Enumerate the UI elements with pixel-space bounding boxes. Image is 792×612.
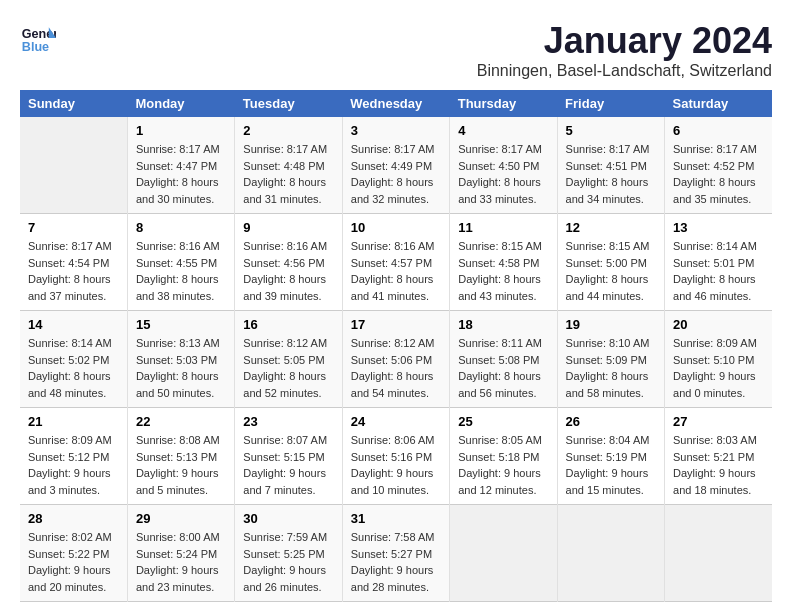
- day-info: Sunrise: 8:05 AMSunset: 5:18 PMDaylight:…: [458, 432, 548, 498]
- day-number: 17: [351, 317, 441, 332]
- daylight-text: Daylight: 8 hours and 58 minutes.: [566, 370, 649, 399]
- calendar-cell: 2Sunrise: 8:17 AMSunset: 4:48 PMDaylight…: [235, 117, 342, 214]
- day-info: Sunrise: 8:16 AMSunset: 4:55 PMDaylight:…: [136, 238, 226, 304]
- sunset-text: Sunset: 5:22 PM: [28, 548, 109, 560]
- sunset-text: Sunset: 4:50 PM: [458, 160, 539, 172]
- day-info: Sunrise: 8:07 AMSunset: 5:15 PMDaylight:…: [243, 432, 333, 498]
- sunset-text: Sunset: 5:05 PM: [243, 354, 324, 366]
- calendar-cell: 13Sunrise: 8:14 AMSunset: 5:01 PMDayligh…: [665, 214, 772, 311]
- day-number: 30: [243, 511, 333, 526]
- daylight-text: Daylight: 8 hours and 33 minutes.: [458, 176, 541, 205]
- sunrise-text: Sunrise: 8:14 AM: [28, 337, 112, 349]
- calendar-cell: 20Sunrise: 8:09 AMSunset: 5:10 PMDayligh…: [665, 311, 772, 408]
- sunset-text: Sunset: 5:27 PM: [351, 548, 432, 560]
- sunrise-text: Sunrise: 8:09 AM: [673, 337, 757, 349]
- daylight-text: Daylight: 9 hours and 3 minutes.: [28, 467, 111, 496]
- calendar-cell: 7Sunrise: 8:17 AMSunset: 4:54 PMDaylight…: [20, 214, 127, 311]
- calendar-cell: 12Sunrise: 8:15 AMSunset: 5:00 PMDayligh…: [557, 214, 664, 311]
- day-number: 11: [458, 220, 548, 235]
- day-info: Sunrise: 8:15 AMSunset: 4:58 PMDaylight:…: [458, 238, 548, 304]
- sunset-text: Sunset: 4:54 PM: [28, 257, 109, 269]
- sunset-text: Sunset: 4:51 PM: [566, 160, 647, 172]
- sunrise-text: Sunrise: 8:10 AM: [566, 337, 650, 349]
- day-number: 6: [673, 123, 764, 138]
- sunset-text: Sunset: 4:49 PM: [351, 160, 432, 172]
- day-info: Sunrise: 7:58 AMSunset: 5:27 PMDaylight:…: [351, 529, 441, 595]
- daylight-text: Daylight: 8 hours and 44 minutes.: [566, 273, 649, 302]
- calendar-cell: 5Sunrise: 8:17 AMSunset: 4:51 PMDaylight…: [557, 117, 664, 214]
- calendar-cell: 29Sunrise: 8:00 AMSunset: 5:24 PMDayligh…: [127, 505, 234, 602]
- day-info: Sunrise: 8:17 AMSunset: 4:48 PMDaylight:…: [243, 141, 333, 207]
- sunrise-text: Sunrise: 8:16 AM: [136, 240, 220, 252]
- daylight-text: Daylight: 8 hours and 32 minutes.: [351, 176, 434, 205]
- sunset-text: Sunset: 4:47 PM: [136, 160, 217, 172]
- daylight-text: Daylight: 9 hours and 20 minutes.: [28, 564, 111, 593]
- sunset-text: Sunset: 4:48 PM: [243, 160, 324, 172]
- sunset-text: Sunset: 4:55 PM: [136, 257, 217, 269]
- sunset-text: Sunset: 5:15 PM: [243, 451, 324, 463]
- week-row-3: 21Sunrise: 8:09 AMSunset: 5:12 PMDayligh…: [20, 408, 772, 505]
- logo-icon: General Blue: [20, 20, 56, 56]
- calendar-cell: 10Sunrise: 8:16 AMSunset: 4:57 PMDayligh…: [342, 214, 449, 311]
- calendar-cell: 8Sunrise: 8:16 AMSunset: 4:55 PMDaylight…: [127, 214, 234, 311]
- header-monday: Monday: [127, 90, 234, 117]
- sunrise-text: Sunrise: 7:58 AM: [351, 531, 435, 543]
- calendar-cell: [557, 505, 664, 602]
- day-info: Sunrise: 7:59 AMSunset: 5:25 PMDaylight:…: [243, 529, 333, 595]
- calendar-title: January 2024: [477, 20, 772, 62]
- day-number: 29: [136, 511, 226, 526]
- sunrise-text: Sunrise: 8:17 AM: [28, 240, 112, 252]
- day-number: 13: [673, 220, 764, 235]
- day-info: Sunrise: 8:08 AMSunset: 5:13 PMDaylight:…: [136, 432, 226, 498]
- day-number: 12: [566, 220, 656, 235]
- day-info: Sunrise: 8:11 AMSunset: 5:08 PMDaylight:…: [458, 335, 548, 401]
- day-number: 31: [351, 511, 441, 526]
- logo: General Blue: [20, 20, 56, 56]
- day-number: 19: [566, 317, 656, 332]
- sunrise-text: Sunrise: 8:17 AM: [351, 143, 435, 155]
- daylight-text: Daylight: 8 hours and 34 minutes.: [566, 176, 649, 205]
- sunset-text: Sunset: 5:12 PM: [28, 451, 109, 463]
- calendar-cell: [665, 505, 772, 602]
- daylight-text: Daylight: 9 hours and 15 minutes.: [566, 467, 649, 496]
- day-number: 8: [136, 220, 226, 235]
- day-number: 15: [136, 317, 226, 332]
- calendar-cell: 19Sunrise: 8:10 AMSunset: 5:09 PMDayligh…: [557, 311, 664, 408]
- day-info: Sunrise: 8:17 AMSunset: 4:47 PMDaylight:…: [136, 141, 226, 207]
- day-number: 16: [243, 317, 333, 332]
- day-info: Sunrise: 8:04 AMSunset: 5:19 PMDaylight:…: [566, 432, 656, 498]
- day-info: Sunrise: 8:17 AMSunset: 4:50 PMDaylight:…: [458, 141, 548, 207]
- day-info: Sunrise: 8:17 AMSunset: 4:52 PMDaylight:…: [673, 141, 764, 207]
- daylight-text: Daylight: 8 hours and 38 minutes.: [136, 273, 219, 302]
- sunrise-text: Sunrise: 8:16 AM: [243, 240, 327, 252]
- sunset-text: Sunset: 4:52 PM: [673, 160, 754, 172]
- sunset-text: Sunset: 5:24 PM: [136, 548, 217, 560]
- sunrise-text: Sunrise: 8:15 AM: [458, 240, 542, 252]
- calendar-cell: 23Sunrise: 8:07 AMSunset: 5:15 PMDayligh…: [235, 408, 342, 505]
- day-info: Sunrise: 8:16 AMSunset: 4:56 PMDaylight:…: [243, 238, 333, 304]
- sunrise-text: Sunrise: 8:17 AM: [566, 143, 650, 155]
- day-info: Sunrise: 8:03 AMSunset: 5:21 PMDaylight:…: [673, 432, 764, 498]
- day-info: Sunrise: 8:16 AMSunset: 4:57 PMDaylight:…: [351, 238, 441, 304]
- day-info: Sunrise: 8:12 AMSunset: 5:06 PMDaylight:…: [351, 335, 441, 401]
- week-row-1: 7Sunrise: 8:17 AMSunset: 4:54 PMDaylight…: [20, 214, 772, 311]
- week-row-4: 28Sunrise: 8:02 AMSunset: 5:22 PMDayligh…: [20, 505, 772, 602]
- sunrise-text: Sunrise: 8:17 AM: [673, 143, 757, 155]
- day-number: 1: [136, 123, 226, 138]
- day-number: 3: [351, 123, 441, 138]
- header-saturday: Saturday: [665, 90, 772, 117]
- day-number: 2: [243, 123, 333, 138]
- day-info: Sunrise: 8:17 AMSunset: 4:49 PMDaylight:…: [351, 141, 441, 207]
- page-header: General Blue January 2024 Binningen, Bas…: [20, 20, 772, 80]
- daylight-text: Daylight: 8 hours and 39 minutes.: [243, 273, 326, 302]
- sunrise-text: Sunrise: 8:12 AM: [351, 337, 435, 349]
- calendar-cell: [450, 505, 557, 602]
- calendar-cell: 4Sunrise: 8:17 AMSunset: 4:50 PMDaylight…: [450, 117, 557, 214]
- sunrise-text: Sunrise: 8:11 AM: [458, 337, 542, 349]
- sunrise-text: Sunrise: 8:03 AM: [673, 434, 757, 446]
- sunrise-text: Sunrise: 8:15 AM: [566, 240, 650, 252]
- day-number: 7: [28, 220, 119, 235]
- week-row-2: 14Sunrise: 8:14 AMSunset: 5:02 PMDayligh…: [20, 311, 772, 408]
- sunrise-text: Sunrise: 8:04 AM: [566, 434, 650, 446]
- day-number: 26: [566, 414, 656, 429]
